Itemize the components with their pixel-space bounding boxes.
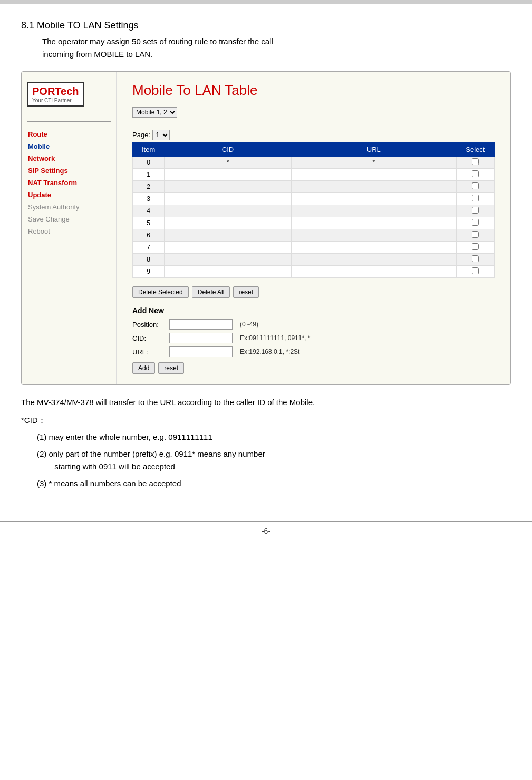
- page-number: -6-: [262, 527, 270, 535]
- cell-select[interactable]: [456, 169, 494, 181]
- position-label: Position:: [132, 321, 169, 329]
- sidebar-item-sip[interactable]: SIP Settings: [27, 165, 111, 177]
- reset-add-button[interactable]: reset: [158, 362, 184, 374]
- cell-select[interactable]: [456, 242, 494, 254]
- position-input[interactable]: [169, 319, 233, 330]
- row-checkbox[interactable]: [472, 182, 479, 189]
- cell-select[interactable]: [456, 193, 494, 205]
- mobile-select-row: Mobile 1, 2: [132, 107, 495, 118]
- table-row: 6: [133, 229, 495, 242]
- table-btn-row: Delete Selected Delete All reset: [132, 286, 495, 298]
- sidebar-item-update[interactable]: Update: [27, 189, 111, 201]
- row-checkbox[interactable]: [472, 207, 479, 214]
- row-checkbox[interactable]: [472, 267, 479, 274]
- mobile-select[interactable]: Mobile 1, 2: [132, 107, 177, 118]
- cell-item: 3: [133, 193, 165, 205]
- cell-url: [291, 266, 456, 278]
- table-row: 2: [133, 181, 495, 193]
- content-title: Mobile To LAN Table: [132, 82, 495, 99]
- logo-sub: Your CTI Partner: [32, 98, 79, 103]
- row-checkbox[interactable]: [472, 195, 479, 201]
- cell-url: [291, 254, 456, 266]
- row-checkbox[interactable]: [472, 170, 479, 177]
- add-button[interactable]: Add: [132, 362, 155, 374]
- row-checkbox[interactable]: [472, 243, 479, 250]
- cell-select[interactable]: [456, 266, 494, 278]
- sidebar-item-reboot[interactable]: Reboot: [27, 225, 111, 237]
- section-title: 8.1 Mobile TO LAN Settings: [21, 20, 511, 31]
- cell-select[interactable]: [456, 205, 494, 217]
- cell-item: 6: [133, 229, 165, 242]
- logo: PORTech Your CTI Partner: [27, 82, 84, 107]
- logo-portech: PORTech: [32, 85, 79, 97]
- section-desc-line1: The operator may assign 50 sets of routi…: [42, 37, 273, 46]
- cell-url: *: [291, 157, 456, 169]
- table-row: 0**: [133, 157, 495, 169]
- reset-table-button[interactable]: reset: [233, 286, 259, 298]
- row-checkbox[interactable]: [472, 158, 479, 165]
- cell-item: 7: [133, 242, 165, 254]
- footer-para1: The MV-374/MV-378 will transfer to the U…: [21, 396, 511, 409]
- cell-cid: [165, 181, 292, 193]
- section-desc-line2: incoming from MOBILE to LAN.: [42, 50, 152, 59]
- row-checkbox[interactable]: [472, 255, 479, 262]
- cell-cid: [165, 169, 292, 181]
- section-desc: The operator may assign 50 sets of routi…: [42, 35, 511, 61]
- cell-cid: [165, 254, 292, 266]
- cell-select[interactable]: [456, 181, 494, 193]
- sidebar-item-system-authority[interactable]: System Authority: [27, 201, 111, 213]
- cell-item: 2: [133, 181, 165, 193]
- sidebar-item-mobile[interactable]: Mobile: [27, 140, 111, 152]
- cell-url: [291, 193, 456, 205]
- cid-input[interactable]: [169, 333, 233, 343]
- lan-table: Item CID URL Select 0**123456789: [132, 142, 495, 278]
- table-row: 9: [133, 266, 495, 278]
- cell-cid: [165, 193, 292, 205]
- sidebar-item-save-change[interactable]: Save Change: [27, 213, 111, 225]
- cell-cid: [165, 205, 292, 217]
- cell-item: 5: [133, 217, 165, 229]
- cell-select[interactable]: [456, 217, 494, 229]
- cell-item: 4: [133, 205, 165, 217]
- sidebar-item-route[interactable]: Route: [27, 128, 111, 140]
- cell-select[interactable]: [456, 254, 494, 266]
- sidebar-item-network[interactable]: Network: [27, 152, 111, 165]
- delete-all-button[interactable]: Delete All: [192, 286, 230, 298]
- table-row: 5: [133, 217, 495, 229]
- cell-cid: *: [165, 157, 292, 169]
- cell-url: [291, 229, 456, 242]
- col-header-item: Item: [133, 143, 165, 157]
- cid-row: CID: Ex:0911111111, 0911*, *: [132, 333, 495, 343]
- cell-select[interactable]: [456, 157, 494, 169]
- add-new-section: Add New Position: (0~49) CID: Ex:0911111…: [132, 306, 495, 374]
- col-header-select: Select: [456, 143, 494, 157]
- divider-line: [132, 124, 495, 124]
- add-new-title: Add New: [132, 306, 495, 315]
- table-row: 8: [133, 254, 495, 266]
- cell-cid: [165, 229, 292, 242]
- col-header-url: URL: [291, 143, 456, 157]
- list-item-1: (1) may enter the whole number, e.g. 091…: [37, 431, 511, 444]
- top-bar: [0, 0, 532, 4]
- cell-item: 8: [133, 254, 165, 266]
- table-row: 4: [133, 205, 495, 217]
- sidebar-item-nat[interactable]: NAT Transform: [27, 177, 111, 189]
- page-select[interactable]: 1: [152, 130, 170, 140]
- cid-note: *CID：: [21, 413, 511, 427]
- cell-item: 9: [133, 266, 165, 278]
- cell-url: [291, 205, 456, 217]
- row-checkbox[interactable]: [472, 231, 479, 238]
- sidebar-divider: [27, 121, 111, 122]
- page-label: Page:: [132, 131, 150, 139]
- url-row: URL: Ex:192.168.0.1, *:2St: [132, 346, 495, 357]
- cid-hint: Ex:0911111111, 0911*, *: [240, 334, 310, 342]
- cell-url: [291, 169, 456, 181]
- url-input[interactable]: [169, 346, 233, 357]
- row-checkbox[interactable]: [472, 219, 479, 226]
- url-label: URL:: [132, 348, 169, 356]
- delete-selected-button[interactable]: Delete Selected: [132, 286, 189, 298]
- cell-select[interactable]: [456, 229, 494, 242]
- table-row: 7: [133, 242, 495, 254]
- position-row: Position: (0~49): [132, 319, 495, 330]
- list-item-2: (2) only part of the number (prefix) e.g…: [37, 448, 511, 473]
